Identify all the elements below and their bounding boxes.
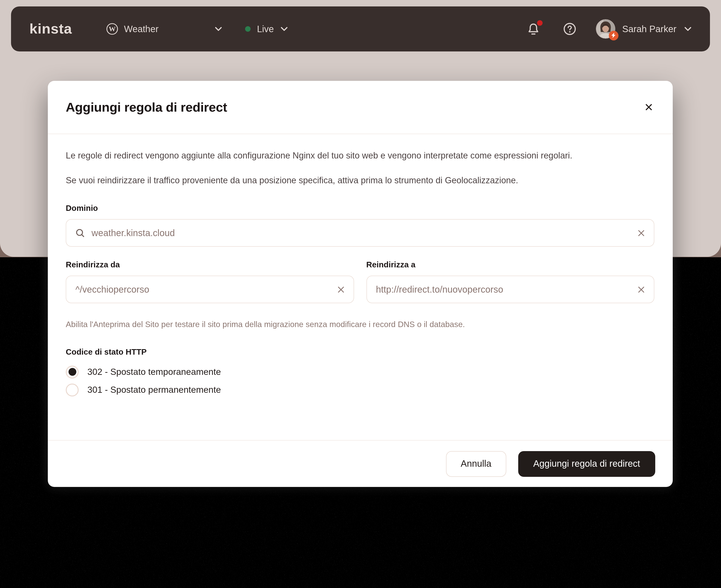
- preview-helper-text: Abilita l'Anteprima del Sito per testare…: [66, 320, 654, 329]
- notification-dot: [537, 20, 543, 26]
- site-switcher[interactable]: W Weather: [106, 23, 158, 35]
- domain-input[interactable]: [92, 228, 632, 238]
- add-redirect-rule-button[interactable]: Aggiungi regola di redirect: [518, 451, 655, 477]
- search-icon: [75, 228, 85, 238]
- user-name[interactable]: Sarah Parker: [622, 24, 676, 34]
- site-chevron-down-icon[interactable]: [215, 25, 222, 33]
- kinsta-bolt-badge: [609, 31, 618, 40]
- add-redirect-rule-modal: Aggiungi regola di redirect ✕ Le regole …: [48, 81, 673, 487]
- close-icon[interactable]: ✕: [642, 100, 655, 114]
- domain-clear-icon[interactable]: [632, 229, 645, 236]
- svg-text:W: W: [108, 25, 115, 33]
- redirect-from-field: Reindirizza da: [66, 260, 354, 303]
- bolt-icon: [611, 33, 616, 39]
- help-icon: [563, 22, 577, 36]
- redirect-to-input[interactable]: [376, 284, 632, 295]
- modal-title: Aggiungi regola di redirect: [66, 100, 227, 114]
- site-name: Weather: [124, 24, 158, 34]
- modal-header: Aggiungi regola di redirect ✕: [48, 81, 673, 134]
- radio-301-circle: [66, 383, 79, 396]
- navbar-right-cluster: Sarah Parker: [527, 19, 692, 39]
- modal-footer: Annulla Aggiungi regola di redirect: [48, 440, 673, 487]
- redirect-to-clear-icon[interactable]: [632, 286, 645, 293]
- redirect-to-label: Reindirizza a: [366, 260, 654, 270]
- radio-302[interactable]: 302 - Spostato temporaneamente: [66, 363, 654, 381]
- http-status-radio-group: 302 - Spostato temporaneamente 301 - Spo…: [66, 363, 654, 399]
- user-avatar[interactable]: [596, 19, 615, 39]
- radio-301-label: 301 - Spostato permanentemente: [87, 384, 221, 395]
- top-navbar: kinsta W Weather Live: [11, 6, 710, 51]
- redirect-from-input[interactable]: [75, 284, 332, 295]
- http-status-label: Codice di stato HTTP: [66, 347, 654, 357]
- notifications-button[interactable]: [527, 22, 540, 36]
- redirect-from-clear-icon[interactable]: [332, 286, 344, 293]
- domain-input-box: [66, 219, 654, 247]
- environment-name: Live: [257, 24, 274, 34]
- wordpress-icon: W: [106, 23, 118, 35]
- redirect-from-label: Reindirizza da: [66, 260, 354, 270]
- radio-302-circle: [66, 365, 79, 378]
- domain-label: Dominio: [66, 204, 654, 213]
- live-status-dot: [245, 26, 251, 32]
- modal-body: Le regole di redirect vengono aggiunte a…: [48, 134, 673, 399]
- user-chevron-down-icon[interactable]: [684, 25, 692, 33]
- redirect-from-input-box: [66, 276, 354, 303]
- environment-chevron-down-icon: [280, 25, 287, 33]
- environment-switcher[interactable]: Live: [245, 24, 287, 34]
- radio-302-label: 302 - Spostato temporaneamente: [87, 366, 221, 377]
- redirect-to-input-box: [366, 276, 654, 303]
- help-button[interactable]: [563, 22, 577, 36]
- kinsta-logo: kinsta: [29, 21, 72, 37]
- radio-301[interactable]: 301 - Spostato permanentemente: [66, 381, 654, 399]
- redirect-to-field: Reindirizza a: [366, 260, 654, 303]
- description-paragraph-2: Se vuoi reindirizzare il traffico proven…: [66, 171, 581, 189]
- cancel-button[interactable]: Annulla: [446, 451, 506, 477]
- description-paragraph-1: Le regole di redirect vengono aggiunte a…: [66, 147, 581, 165]
- screen: kinsta W Weather Live: [0, 0, 721, 588]
